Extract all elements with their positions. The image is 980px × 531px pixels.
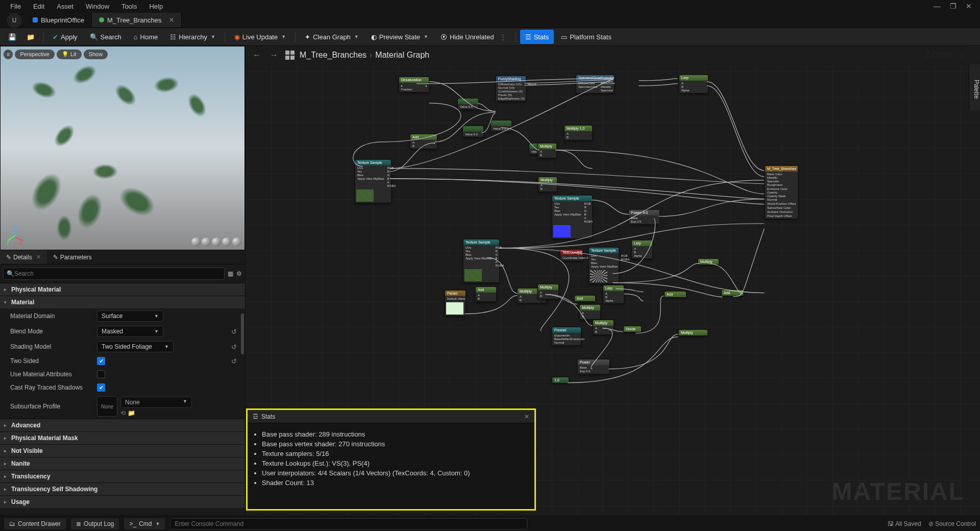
- save-button[interactable]: 💾: [4, 30, 20, 44]
- reset-to-default-icon[interactable]: ↺: [231, 343, 241, 351]
- menu-edit[interactable]: Edit: [27, 3, 51, 10]
- node-fresnel[interactable]: Fresnel ExponentInBaseReflectFractionInN…: [552, 327, 581, 346]
- use-selected-icon[interactable]: ⟲: [120, 409, 126, 417]
- subsurface-asset-dropdown[interactable]: None▼: [120, 397, 192, 408]
- close-icon[interactable]: ✕: [36, 254, 41, 260]
- shape-custom-icon[interactable]: [232, 237, 241, 247]
- category-nanite[interactable]: ▸Nanite: [0, 457, 245, 470]
- asset-thumbnail[interactable]: None: [97, 396, 117, 417]
- node-default-value[interactable]: ParamDefault Value: [445, 290, 466, 316]
- palette-tab[interactable]: Palette: [969, 64, 980, 110]
- viewport-options-button[interactable]: ≡: [4, 50, 13, 59]
- kebab-icon[interactable]: ⋮: [500, 33, 506, 41]
- menu-asset[interactable]: Asset: [51, 3, 80, 10]
- node-add-1[interactable]: AddAB◂: [410, 134, 437, 149]
- search-button[interactable]: 🔍Search: [85, 30, 127, 44]
- material-preview-viewport[interactable]: ≡ Perspective 💡 Lit Show Z x: [0, 46, 245, 250]
- reset-to-default-icon[interactable]: ↺: [231, 328, 241, 335]
- node-multiply-5[interactable]: MultiplyAB: [579, 304, 601, 320]
- home-button[interactable]: ⌂Home: [129, 30, 163, 44]
- window-close-icon[interactable]: ✕: [966, 2, 972, 10]
- shape-plane-icon[interactable]: [212, 237, 221, 247]
- graph-grid-icon[interactable]: [285, 51, 295, 60]
- node-add-2[interactable]: AddAB: [475, 286, 497, 302]
- grid-view-icon[interactable]: ▦: [228, 270, 233, 277]
- node-spec-glow[interactable]: SpecandGlowFromAlpha DiffuseColor Specul…: [576, 75, 615, 93]
- node-texture-sample-1[interactable]: Texture Sample UVsTexBiasApply View MipB…: [355, 159, 391, 203]
- node-multiply-7[interactable]: Multiply: [678, 329, 708, 336]
- category-not-visible[interactable]: ▸Not Visible: [0, 444, 245, 457]
- platform-stats-button[interactable]: ▭Platform Stats: [556, 30, 617, 44]
- node-add-3[interactable]: Add: [574, 295, 596, 302]
- node-texture-sample-2[interactable]: Texture Sample UVsTexBiasApply View MipB…: [552, 195, 593, 239]
- two-sided-checkbox[interactable]: ✔: [97, 357, 105, 365]
- node-multiply-top[interactable]: Multiply 1.0AB: [564, 125, 593, 140]
- node-power-1[interactable]: Power. 4.0BaseExp 0.5: [628, 209, 660, 225]
- viewport-projection-button[interactable]: Perspective: [15, 50, 54, 59]
- node-lerp-top[interactable]: LerpABAlpha: [679, 75, 708, 93]
- node-fuzzy-shading[interactable]: FuzzyShading DiffuseColor (V3) Normal (V…: [496, 76, 526, 102]
- scrollbar-thumb[interactable]: [241, 313, 244, 354]
- blend-mode-dropdown[interactable]: Masked▼: [97, 326, 163, 337]
- node-small-c[interactable]: Value 1.0: [491, 120, 512, 132]
- category-physical-material-mask[interactable]: ▸Physical Material Mask: [0, 431, 245, 444]
- node-divide[interactable]: Divide: [623, 326, 642, 332]
- node-multiply-4[interactable]: MultiplyAB: [537, 284, 559, 299]
- live-update-button[interactable]: ◉Live Update▼: [229, 30, 291, 44]
- node-texture-sample-3[interactable]: Texture Sample UVsTexBiasApply View MipB…: [463, 239, 500, 283]
- output-log-button[interactable]: ≣Output Log: [71, 518, 119, 529]
- nav-back-icon[interactable]: ←: [251, 51, 263, 60]
- node-add-4[interactable]: Add: [664, 291, 687, 298]
- content-drawer-button[interactable]: 🗂Content Drawer: [4, 518, 66, 529]
- node-small-b[interactable]: Value 0.2: [462, 126, 484, 137]
- tab-blueprint-office[interactable]: BlueprintOffice: [26, 13, 92, 27]
- tab-parameters[interactable]: ✎Parameters: [47, 250, 98, 264]
- node-multiply-2[interactable]: MultiplyAB: [538, 177, 557, 192]
- all-saved-status[interactable]: 🖫 All Saved: [888, 520, 921, 527]
- shape-cube-icon[interactable]: [222, 237, 231, 247]
- node-power-2[interactable]: PowerBaseExp 0.5: [577, 359, 610, 374]
- clean-graph-button[interactable]: ✦Clean Graph▼: [300, 30, 364, 44]
- category-physical-material[interactable]: ▸Physical Material: [0, 283, 245, 296]
- settings-icon[interactable]: ⚙: [236, 270, 242, 277]
- category-usage[interactable]: ▸Usage: [0, 495, 245, 508]
- shape-cylinder-icon[interactable]: [191, 237, 201, 247]
- hide-unrelated-button[interactable]: ⦿Hide Unrelated⋮: [435, 30, 511, 44]
- node-desaturate[interactable]: Desaturation ▸Fraction◂: [399, 77, 429, 92]
- node-const[interactable]: 1.0: [552, 377, 569, 383]
- apply-button[interactable]: ✔Apply: [47, 30, 83, 44]
- close-icon[interactable]: ✕: [524, 413, 529, 420]
- material-domain-dropdown[interactable]: Surface▼: [97, 310, 163, 322]
- node-multiply-1[interactable]: MultiplyAB: [537, 143, 557, 158]
- cmd-dropdown[interactable]: >_Cmd▼: [124, 518, 165, 529]
- close-tab-icon[interactable]: ✕: [169, 16, 174, 23]
- reset-to-default-icon[interactable]: ↺: [231, 357, 241, 365]
- nav-forward-icon[interactable]: →: [268, 51, 280, 60]
- tab-details[interactable]: ✎Details✕: [0, 250, 47, 264]
- browse-asset-icon[interactable]: 📁: [128, 409, 135, 417]
- category-material[interactable]: ▾Material: [0, 296, 245, 308]
- use-mat-attr-checkbox[interactable]: [97, 370, 105, 378]
- source-control-status[interactable]: ⊘ Source Control: [928, 520, 976, 527]
- breadcrumb-root[interactable]: M_Tree_Branches: [300, 51, 366, 60]
- window-maximize-icon[interactable]: ❐: [950, 2, 957, 10]
- shading-model-dropdown[interactable]: Two Sided Foliage▼: [97, 341, 174, 352]
- node-small-a[interactable]: Value 0.4: [457, 98, 479, 110]
- node-multiply-ab[interactable]: MultiplyAB: [593, 320, 614, 335]
- browse-button[interactable]: 📁: [22, 30, 39, 44]
- menu-tools[interactable]: Tools: [115, 3, 143, 10]
- node-texcoord[interactable]: TexCoord[0]Coordinate Index 0: [560, 249, 583, 261]
- category-translucency-self-shadowing[interactable]: ▸Translucency Self Shadowing: [0, 482, 245, 495]
- node-add-5[interactable]: Add: [721, 289, 744, 296]
- menu-file[interactable]: File: [4, 3, 27, 10]
- cast-rts-checkbox[interactable]: ✔: [97, 383, 105, 392]
- stats-button[interactable]: ☲Stats: [520, 30, 554, 44]
- node-material-output[interactable]: M_Tree_Branches Base Color Metallic Spec…: [765, 165, 798, 219]
- viewport-show-button[interactable]: Show: [84, 50, 108, 59]
- menu-help[interactable]: Help: [143, 3, 169, 10]
- node-texture-sample-4[interactable]: Texture Sample UVsTexBiasApply View MipB…: [589, 247, 619, 284]
- node-lerp-1[interactable]: LerpABAlpha: [631, 240, 653, 259]
- console-command-input[interactable]: [170, 518, 527, 529]
- window-minimize-icon[interactable]: —: [934, 2, 941, 10]
- tab-m-tree-branches[interactable]: M_Tree_Branches ✕: [92, 13, 181, 27]
